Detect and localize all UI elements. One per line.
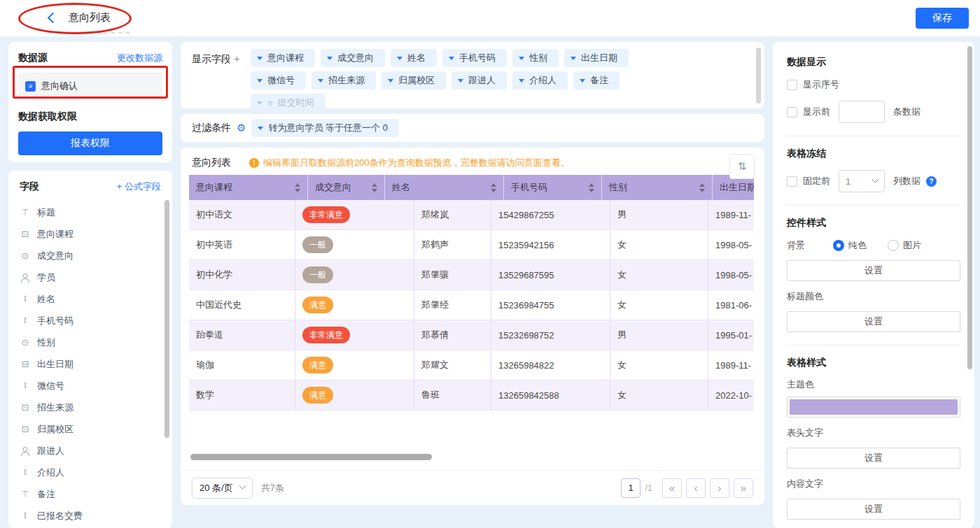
column-header-label: 成交意向	[315, 181, 351, 194]
header-text-set-button[interactable]: 设置	[787, 448, 960, 469]
prev-page-button[interactable]: ‹	[686, 478, 706, 498]
field-type-icon	[20, 273, 31, 283]
display-field-tag[interactable]: 招生来源	[312, 71, 376, 90]
sort-order-button[interactable]: ⇅	[729, 154, 755, 179]
field-item[interactable]: 微信号	[20, 375, 172, 397]
page-size-select[interactable]: 20 条/页	[192, 478, 253, 499]
table-style-title: 表格样式	[787, 357, 960, 369]
display-field-tag[interactable]: 跟进人	[451, 71, 507, 90]
add-formula-field-link[interactable]: + 公式字段	[117, 180, 161, 193]
field-item[interactable]: 介绍人	[20, 462, 172, 483]
save-button[interactable]: 保存	[916, 8, 969, 29]
filter-label: 过滤条件	[192, 122, 231, 134]
field-item[interactable]: 性别	[20, 331, 172, 353]
title-color-set-button[interactable]: 设置	[787, 311, 960, 332]
back-icon[interactable]	[48, 13, 59, 24]
freeze-prefix: 固定前	[803, 175, 830, 187]
content-text-set-button[interactable]: 设置	[787, 499, 960, 520]
field-item[interactable]: 跟进人	[20, 440, 172, 462]
field-label: 介绍人	[37, 466, 64, 479]
sort-carets-icon[interactable]	[295, 183, 300, 192]
help-icon[interactable]	[926, 176, 937, 187]
show-first-checkbox[interactable]	[787, 107, 797, 117]
sort-carets-icon[interactable]	[491, 183, 496, 192]
filter-card: 过滤条件 ⚙ 转为意向学员 等于任意一个 0	[181, 114, 764, 142]
report-permission-button[interactable]: 报表权限	[18, 131, 162, 155]
field-item[interactable]: 归属校区	[20, 418, 172, 440]
field-item[interactable]: 手机号码	[20, 310, 172, 331]
sort-carets-icon[interactable]	[589, 183, 594, 192]
field-item[interactable]: 招生来源	[20, 397, 172, 418]
cell-intent: 满意	[295, 380, 414, 410]
chevron-down-icon	[257, 79, 262, 83]
cell-course: 初中语文	[189, 200, 295, 229]
display-field-tag[interactable]: 微信号	[251, 71, 306, 90]
background-set-button[interactable]: 设置	[787, 260, 960, 281]
field-item[interactable]: 出生日期	[20, 353, 172, 375]
chevron-down-icon	[449, 57, 454, 60]
freeze-title: 表格冻结	[787, 148, 960, 160]
field-item[interactable]: 学员	[20, 266, 172, 288]
change-datasource-link[interactable]: 更改数据源	[117, 52, 162, 64]
display-fields-scrollbar[interactable]	[756, 48, 761, 104]
field-item[interactable]: 已报名交费	[20, 505, 172, 527]
next-page-button[interactable]: ›	[710, 478, 729, 498]
background-label: 背景	[787, 239, 827, 252]
show-first-count-input[interactable]	[839, 101, 885, 123]
field-item[interactable]: 成交意向	[20, 245, 172, 266]
table-row: 数学 满意 鲁班 132659842588 女 2022-10-	[189, 380, 754, 411]
display-field-tag[interactable]: 意向课程	[251, 49, 315, 67]
image-radio[interactable]	[888, 240, 899, 251]
cell-name: 郑肇骧	[414, 260, 491, 290]
add-field-icon[interactable]: +	[234, 52, 240, 64]
tag-label: 性别	[529, 52, 547, 64]
cell-gender: 女	[610, 260, 708, 290]
display-field-tag[interactable]: 备注	[573, 71, 620, 90]
sort-carets-icon[interactable]	[699, 183, 705, 192]
display-field-tag[interactable]: 手机号码	[442, 49, 507, 67]
cell-intent: 一般	[295, 260, 414, 290]
field-item[interactable]: 姓名	[20, 288, 172, 310]
cell-phone: 13529687595	[491, 260, 610, 290]
horizontal-scrollbar[interactable]	[190, 454, 432, 460]
sort-carets-icon[interactable]	[372, 183, 377, 192]
solid-color-radio[interactable]	[833, 240, 844, 251]
cell-gender: 女	[610, 230, 708, 259]
column-header[interactable]: 姓名	[385, 175, 504, 200]
field-item[interactable]: 标题	[20, 201, 172, 223]
warning-icon	[249, 158, 259, 168]
freeze-checkbox[interactable]	[787, 176, 797, 187]
display-field-tag[interactable]: 出生日期	[564, 49, 629, 67]
cell-birth: 1989-11-	[708, 350, 754, 380]
gear-icon[interactable]: ⚙	[237, 122, 246, 134]
cell-birth: 2022-10-	[708, 380, 754, 410]
display-field-tag[interactable]: 介绍人	[512, 71, 568, 90]
display-fields-card: 显示字段 + 意向课程 成交意向	[181, 42, 764, 108]
title-color-label: 标题颜色	[787, 290, 960, 303]
first-page-button[interactable]: «	[662, 478, 682, 498]
freeze-count-select[interactable]: 1	[839, 170, 885, 192]
column-header[interactable]: 意向课程	[189, 175, 308, 200]
column-header[interactable]: 手机号码	[504, 175, 602, 200]
last-page-button[interactable]: »	[734, 478, 753, 498]
show-index-checkbox[interactable]	[787, 80, 797, 90]
field-item[interactable]: 备注	[20, 483, 172, 505]
column-header[interactable]: 性别	[602, 175, 713, 200]
display-field-tag[interactable]: 性别	[512, 49, 559, 67]
display-field-tag[interactable]: 成交意向	[321, 49, 385, 67]
display-field-tag-disabled[interactable]: ≡ 提交时间	[251, 94, 326, 108]
field-item[interactable]: 意向课程	[20, 223, 172, 245]
field-label: 招生来源	[37, 401, 74, 414]
cell-gender: 男	[610, 200, 708, 229]
settings-scrollbar[interactable]	[967, 46, 972, 369]
current-page-input[interactable]: 1	[621, 478, 640, 498]
cell-phone: 13265984822	[491, 350, 610, 380]
datasource-item[interactable]: 意向确认	[18, 73, 162, 99]
filter-condition-tag[interactable]: 转为意向学员 等于任意一个 0	[251, 119, 398, 137]
display-field-tag[interactable]: 归属校区	[382, 71, 446, 90]
column-header[interactable]: 成交意向	[308, 175, 385, 200]
display-field-tag[interactable]: 姓名	[391, 49, 437, 67]
theme-color-picker[interactable]	[787, 397, 960, 418]
cell-course: 初中英语	[189, 230, 295, 259]
fields-scrollbar[interactable]	[164, 200, 169, 438]
